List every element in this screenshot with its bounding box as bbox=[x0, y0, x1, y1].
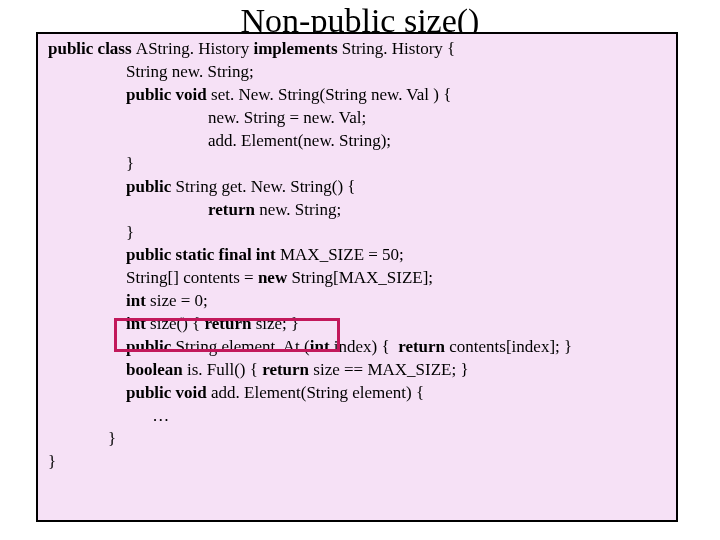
code-text: String[MAX_SIZE]; bbox=[291, 268, 433, 287]
code-text: … bbox=[148, 406, 169, 425]
code-text: add. Element(String element) { bbox=[211, 383, 424, 402]
keyword: new bbox=[258, 268, 292, 287]
keyword: int bbox=[310, 337, 334, 356]
code-line: String new. String; bbox=[48, 61, 670, 84]
code-line: } bbox=[48, 428, 670, 451]
code-line: new. String = new. Val; bbox=[48, 107, 670, 130]
code-line: } bbox=[48, 153, 670, 176]
code-text: add. Element(new. String); bbox=[208, 131, 391, 150]
keyword: return bbox=[208, 200, 259, 219]
code-text: is. Full() { bbox=[187, 360, 262, 379]
code-line: public void set. New. String(String new.… bbox=[48, 84, 670, 107]
code-text: String element. At ( bbox=[176, 337, 310, 356]
code-text: AString. History bbox=[136, 39, 254, 58]
code-line: add. Element(new. String); bbox=[48, 130, 670, 153]
code-line: public void add. Element(String element)… bbox=[48, 382, 670, 405]
keyword: return bbox=[398, 337, 449, 356]
keyword: public void bbox=[126, 383, 211, 402]
code-text: } bbox=[126, 223, 134, 242]
code-text: MAX_SIZE = 50; bbox=[280, 245, 404, 264]
keyword: public static final int bbox=[126, 245, 280, 264]
code-text: size == MAX_SIZE; } bbox=[313, 360, 468, 379]
keyword: return bbox=[205, 314, 256, 333]
code-line: return new. String; bbox=[48, 199, 670, 222]
code-text: index) { bbox=[334, 337, 398, 356]
code-line: public String element. At (int index) { … bbox=[48, 336, 670, 359]
code-text: String new. String; bbox=[126, 62, 254, 81]
code-text: String get. New. String() { bbox=[176, 177, 356, 196]
code-text: size; } bbox=[256, 314, 300, 333]
code-block: public class AString. History implements… bbox=[36, 32, 678, 522]
keyword: return bbox=[262, 360, 313, 379]
code-line: public class AString. History implements… bbox=[48, 38, 670, 61]
code-line: String[] contents = new String[MAX_SIZE]… bbox=[48, 267, 670, 290]
code-line: int size() { return size; } bbox=[48, 313, 670, 336]
keyword: public void bbox=[126, 85, 211, 104]
code-text: } bbox=[108, 429, 116, 448]
code-text: } bbox=[48, 452, 56, 471]
keyword: int bbox=[126, 291, 150, 310]
code-text: String[] contents = bbox=[126, 268, 258, 287]
code-line: int size = 0; bbox=[48, 290, 670, 313]
code-text: new. String = new. Val; bbox=[208, 108, 366, 127]
keyword: public bbox=[126, 177, 176, 196]
keyword: implements bbox=[253, 39, 341, 58]
code-text: } bbox=[126, 154, 134, 173]
code-line: boolean is. Full() { return size == MAX_… bbox=[48, 359, 670, 382]
code-line: } bbox=[48, 451, 670, 474]
keyword: public class bbox=[48, 39, 136, 58]
keyword: public bbox=[126, 337, 176, 356]
code-text: size() { bbox=[150, 314, 204, 333]
keyword: int bbox=[126, 314, 150, 333]
code-text: size = 0; bbox=[150, 291, 208, 310]
code-text: set. New. String(String new. Val ) { bbox=[211, 85, 451, 104]
code-line: … bbox=[48, 405, 670, 428]
code-text: contents[index]; } bbox=[449, 337, 572, 356]
keyword: boolean bbox=[126, 360, 187, 379]
code-line: public static final int MAX_SIZE = 50; bbox=[48, 244, 670, 267]
code-line: public String get. New. String() { bbox=[48, 176, 670, 199]
code-text: String. History { bbox=[342, 39, 455, 58]
code-line: } bbox=[48, 222, 670, 245]
code-text: new. String; bbox=[259, 200, 341, 219]
